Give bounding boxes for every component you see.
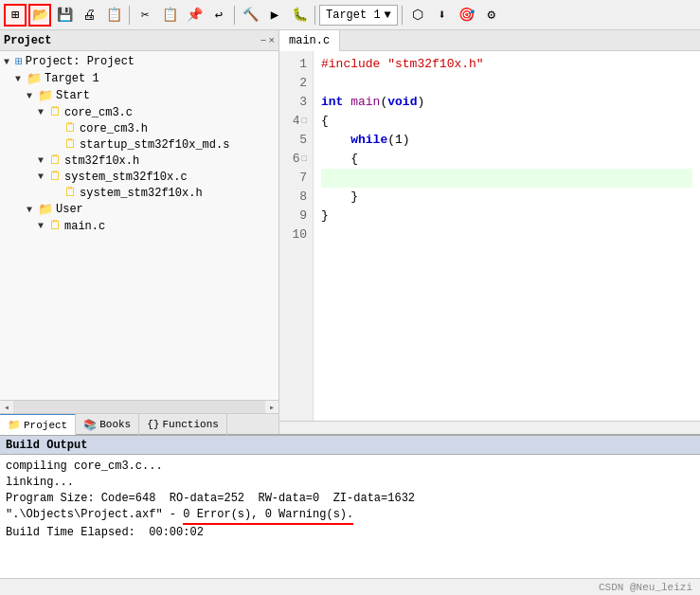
settings-icon[interactable]: ⚙	[480, 4, 503, 27]
main-area: Project − × ▼ ⊞ Project: Project ▼ 📁 Tar…	[0, 30, 700, 434]
paren-open: (	[380, 93, 387, 112]
line-num-1: 1	[285, 55, 307, 74]
print-icon[interactable]: 🖨	[78, 4, 100, 27]
tab-project[interactable]: 📁 Project	[0, 414, 76, 435]
folder-icon-user: 📁	[38, 202, 53, 217]
scroll-track[interactable]	[13, 401, 265, 413]
expand-icon-user[interactable]: ▼	[27, 205, 38, 215]
tree-label-startup: startup_stm32f10x_md.s	[80, 138, 229, 152]
code-line-5: while(1)	[321, 131, 692, 150]
tree-item-system-c[interactable]: ▼ 🗒 system_stm32f10x.c	[0, 169, 278, 185]
tab-books[interactable]: 📚 Books	[76, 414, 139, 435]
editor-tab-main-c[interactable]: main.c	[279, 30, 340, 51]
tab-functions-label: Functions	[162, 419, 218, 430]
keyword-int: int	[321, 93, 350, 112]
expand-icon-target1[interactable]: ▼	[15, 74, 27, 84]
build-line-3: Program Size: Code=648 RO-data=252 RW-da…	[6, 491, 694, 507]
paren-close: )	[417, 93, 424, 112]
tree-item-system-h[interactable]: 🗒 system_stm32f10x.h	[0, 185, 278, 201]
tree-item-core-cm3-c[interactable]: ▼ 🗒 core_cm3.c	[0, 104, 278, 120]
project-panel-title: Project	[4, 34, 51, 47]
separator-4	[402, 6, 403, 25]
editor-horizontal-scrollbar[interactable]	[279, 421, 700, 434]
cut-icon[interactable]: ✂	[134, 4, 156, 27]
target-selector[interactable]: Target 1 ▼	[319, 5, 398, 26]
tree-label-system-h: system_stm32f10x.h	[80, 187, 203, 200]
tree-item-core-cm3-h[interactable]: 🗒 core_cm3.h	[0, 120, 278, 136]
collapse-btn-6[interactable]: □	[302, 150, 307, 169]
expand-icon-core-cm3-c[interactable]: ▼	[38, 107, 49, 117]
line-num-7: 7	[285, 169, 307, 188]
tree-label-main-c: main.c	[64, 220, 105, 233]
new-file-icon[interactable]: ⊞	[4, 4, 27, 27]
file-icon-system-h: 🗒	[64, 186, 77, 200]
debug-icon[interactable]: 🐛	[288, 4, 311, 27]
expand-icon-main-c[interactable]: ▼	[38, 221, 49, 231]
tab-functions[interactable]: {} Functions	[139, 414, 227, 435]
tree-item-stm32-h[interactable]: ▼ 🗒 stm32f10x.h	[0, 153, 278, 169]
indent-5	[321, 131, 350, 150]
line-num-4: 4 □	[285, 112, 307, 131]
undo-icon[interactable]: ↩	[207, 4, 230, 27]
file-icon-main-c: 🗒	[49, 219, 62, 233]
expand-icon-stm32-h[interactable]: ▼	[38, 155, 49, 166]
target2-icon[interactable]: 🎯	[456, 4, 478, 27]
build-output-content[interactable]: compiling core_cm3.c... linking... Progr…	[0, 455, 700, 578]
chip-icon[interactable]: ⬡	[406, 4, 429, 27]
editor-panel: main.c 1 2 3 4 □ 5 6 □ 7 8 9 10 #include…	[279, 30, 700, 434]
keyword-while: while	[350, 131, 387, 150]
tree-item-startup[interactable]: 🗒 startup_stm32f10x_md.s	[0, 136, 278, 153]
tree-label-user: User	[56, 203, 83, 216]
code-line-9: }	[321, 207, 692, 225]
scroll-right-arrow[interactable]: ▸	[265, 401, 278, 413]
load-icon[interactable]: 📋	[102, 4, 125, 27]
expand-icon-start[interactable]: ▼	[27, 91, 38, 101]
expand-icon-system-h	[53, 188, 64, 198]
line-num-3: 3	[285, 93, 307, 112]
collapse-btn-4[interactable]: □	[302, 112, 307, 131]
code-area[interactable]: #include "stm32f10x.h" int main(void) { …	[314, 51, 700, 421]
code-line-1: #include "stm32f10x.h"	[321, 55, 692, 74]
build-output-panel: Build Output compiling core_cm3.c... lin…	[0, 434, 700, 595]
line-num-5: 5	[285, 131, 307, 150]
line-num-10: 10	[285, 225, 307, 244]
expand-icon-system-c[interactable]: ▼	[38, 171, 49, 182]
file-icon-core-cm3-c: 🗒	[49, 105, 62, 119]
tree-item-start[interactable]: ▼ 📁 Start	[0, 87, 278, 104]
run-icon[interactable]: ▶	[263, 4, 286, 27]
function-main: main	[350, 93, 380, 112]
code-line-2	[321, 74, 692, 93]
minimize-panel-button[interactable]: −	[260, 35, 267, 46]
tab-project-label: Project	[24, 420, 67, 431]
open-icon[interactable]: 📂	[28, 4, 51, 27]
build-icon[interactable]: 🔨	[239, 4, 261, 27]
close-panel-button[interactable]: ×	[268, 35, 275, 46]
code-line-7[interactable]	[321, 169, 692, 188]
code-line-10	[321, 225, 692, 244]
string-header: "stm32f10x.h"	[387, 55, 483, 74]
build-line-4: ".\Objects\Project.axf" - 0 Error(s), 0 …	[6, 507, 694, 525]
line-num-6: 6 □	[285, 150, 307, 169]
expand-icon-core-cm3-h	[53, 123, 64, 134]
build-output-title: Build Output	[6, 439, 87, 452]
separator-3	[314, 6, 315, 25]
file-icon-core-cm3-h: 🗒	[64, 121, 77, 135]
project-panel: Project − × ▼ ⊞ Project: Project ▼ 📁 Tar…	[0, 30, 279, 434]
save-icon[interactable]: 💾	[53, 4, 76, 27]
editor-content[interactable]: 1 2 3 4 □ 5 6 □ 7 8 9 10 #include "stm32…	[279, 51, 700, 421]
toolbar: ⊞ 📂 💾 🖨 📋 ✂ 📋 📌 ↩ 🔨 ▶ 🐛 Target 1 ▼ ⬡ ⬇ 🎯…	[0, 0, 700, 30]
copy-icon[interactable]: 📋	[158, 4, 181, 27]
tree-item-user[interactable]: ▼ 📁 User	[0, 201, 278, 218]
horizontal-scrollbar[interactable]: ◂ ▸	[0, 400, 278, 413]
tree-item-target1[interactable]: ▼ 📁 Target 1	[0, 70, 278, 87]
expand-icon-project[interactable]: ▼	[4, 57, 15, 67]
project-header-buttons: − ×	[260, 35, 275, 46]
tree-item-main-c[interactable]: ▼ 🗒 main.c	[0, 218, 278, 234]
paste-icon[interactable]: 📌	[183, 4, 206, 27]
keyword-void: void	[387, 93, 417, 112]
watermark-text: CSDN @Neu_leizi	[599, 582, 692, 593]
target-label: Target 1	[326, 9, 381, 22]
scroll-left-arrow[interactable]: ◂	[0, 401, 13, 413]
download-icon[interactable]: ⬇	[431, 4, 454, 27]
tree-item-project[interactable]: ▼ ⊞ Project: Project	[0, 53, 278, 70]
